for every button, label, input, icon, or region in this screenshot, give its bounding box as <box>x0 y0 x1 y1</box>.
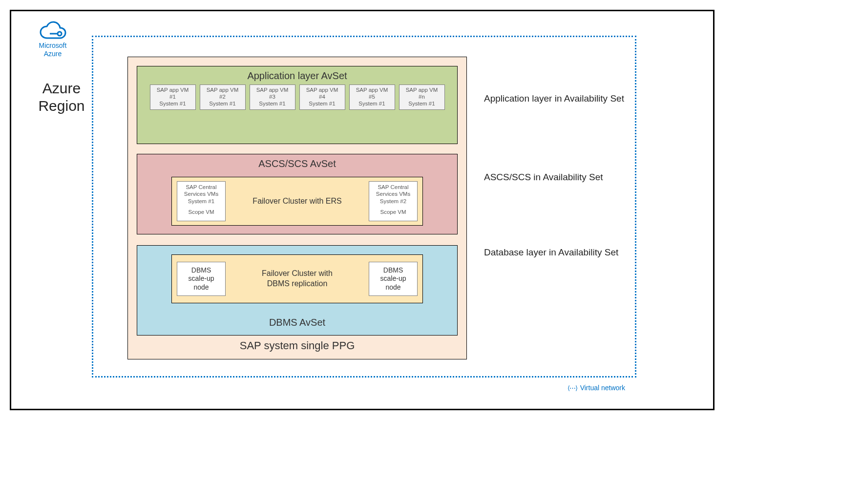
dbms-avset-box: DBMS scale-up node Failover Cluster with… <box>137 245 458 336</box>
app-vm: SAP app VM #1 System #1 <box>150 84 196 110</box>
logo-text-1: Microsoft <box>39 42 67 49</box>
app-vm: SAP app VM #4 System #1 <box>299 84 345 110</box>
app-avset-box: Application layer AvSet SAP app VM #1 Sy… <box>137 66 458 144</box>
svg-point-1 <box>58 32 62 36</box>
app-vm: SAP app VM #n System #1 <box>399 84 445 110</box>
vnet-label: Virtual network <box>568 384 625 392</box>
ascs-vm-left: SAP Central Services VMs System #1 Scope… <box>177 181 226 221</box>
ascs-failover-box: SAP Central Services VMs System #1 Scope… <box>171 177 423 226</box>
logo-text-2: Azure <box>44 50 62 58</box>
dbms-vm-left: DBMS scale-up node <box>177 262 226 296</box>
ascs-failover-label: Failover Cluster with ERS <box>226 196 369 207</box>
app-vm: SAP app VM #3 System #1 <box>250 84 295 110</box>
app-side-label: Application layer in Availability Set <box>484 93 624 104</box>
ppg-box: Application layer AvSet SAP app VM #1 Sy… <box>127 57 467 359</box>
dbms-vm-right: DBMS scale-up node <box>369 262 418 296</box>
ascs-vm-right: SAP Central Services VMs System #2 Scope… <box>369 181 418 221</box>
region-label: Azure Region <box>25 80 98 115</box>
ppg-label: SAP system single PPG <box>128 336 466 352</box>
ascs-avset-box: ASCS/SCS AvSet SAP Central Services VMs … <box>137 154 458 234</box>
dbms-failover-box: DBMS scale-up node Failover Cluster with… <box>171 254 423 303</box>
ascs-avset-title: ASCS/SCS AvSet <box>137 154 457 172</box>
app-vm-row: SAP app VM #1 System #1 SAP app VM #2 Sy… <box>137 84 457 110</box>
dbms-failover-label: Failover Cluster with DBMS replication <box>226 269 369 289</box>
dbms-side-label: Database layer in Availability Set <box>484 247 618 258</box>
app-vm: SAP app VM #5 System #1 <box>349 84 395 110</box>
virtual-network-box: Virtual network Application layer AvSet … <box>92 36 636 378</box>
dbms-avset-title: DBMS AvSet <box>137 313 457 331</box>
app-vm: SAP app VM #2 System #1 <box>200 84 246 110</box>
app-avset-title: Application layer AvSet <box>137 66 457 84</box>
ascs-side-label: ASCS/SCS in Availability Set <box>484 172 603 183</box>
azure-logo: Microsoft Azure <box>26 20 80 58</box>
cloud-icon <box>38 20 67 42</box>
diagram-frame: Microsoft Azure Azure Region Virtual net… <box>10 10 715 410</box>
